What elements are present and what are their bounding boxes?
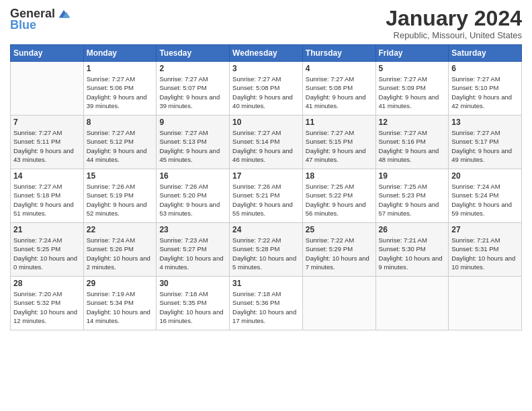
- calendar-cell: 17Sunrise: 7:26 AMSunset: 5:21 PMDayligh…: [230, 169, 303, 223]
- title-block: January 2024 Republic, Missouri, United …: [386, 7, 522, 40]
- day-info: Sunrise: 7:21 AMSunset: 5:31 PMDaylight:…: [451, 236, 519, 271]
- calendar-cell: 5Sunrise: 7:27 AMSunset: 5:09 PMDaylight…: [375, 62, 449, 116]
- day-number: 30: [159, 279, 226, 288]
- day-number: 23: [159, 225, 226, 234]
- calendar-cell: 29Sunrise: 7:19 AMSunset: 5:34 PMDayligh…: [83, 277, 157, 330]
- day-number: 16: [159, 171, 226, 181]
- day-info: Sunrise: 7:24 AMSunset: 5:26 PMDaylight:…: [87, 236, 154, 271]
- calendar-cell: 18Sunrise: 7:25 AMSunset: 5:22 PMDayligh…: [302, 169, 375, 223]
- day-number: 10: [232, 118, 300, 127]
- calendar-cell: [375, 277, 449, 330]
- calendar-cell: 27Sunrise: 7:21 AMSunset: 5:31 PMDayligh…: [449, 223, 522, 277]
- day-number: 19: [379, 171, 446, 181]
- calendar-cell: [302, 277, 375, 330]
- calendar-cell: 20Sunrise: 7:24 AMSunset: 5:24 PMDayligh…: [449, 169, 522, 223]
- day-info: Sunrise: 7:27 AMSunset: 5:15 PMDaylight:…: [306, 128, 373, 164]
- calendar-week-row: 28Sunrise: 7:20 AMSunset: 5:32 PMDayligh…: [11, 277, 522, 330]
- day-info: Sunrise: 7:26 AMSunset: 5:20 PMDaylight:…: [159, 182, 226, 218]
- day-number: 2: [159, 64, 226, 73]
- day-number: 14: [13, 171, 81, 181]
- calendar-cell: 28Sunrise: 7:20 AMSunset: 5:32 PMDayligh…: [11, 277, 84, 330]
- calendar-cell: 1Sunrise: 7:27 AMSunset: 5:06 PMDaylight…: [83, 62, 157, 116]
- calendar-cell: 12Sunrise: 7:27 AMSunset: 5:16 PMDayligh…: [375, 116, 449, 169]
- calendar-cell: 26Sunrise: 7:21 AMSunset: 5:30 PMDayligh…: [375, 223, 449, 277]
- logo-text-blue: Blue: [10, 19, 36, 32]
- day-info: Sunrise: 7:27 AMSunset: 5:17 PMDaylight:…: [451, 128, 519, 164]
- day-number: 24: [232, 225, 300, 234]
- calendar-cell: [11, 62, 84, 116]
- calendar-cell: 16Sunrise: 7:26 AMSunset: 5:20 PMDayligh…: [157, 169, 230, 223]
- day-number: 1: [87, 64, 154, 73]
- day-number: 17: [232, 171, 300, 181]
- day-number: 25: [306, 225, 373, 234]
- calendar-cell: 9Sunrise: 7:27 AMSunset: 5:13 PMDaylight…: [157, 116, 230, 169]
- day-info: Sunrise: 7:25 AMSunset: 5:23 PMDaylight:…: [379, 182, 446, 218]
- day-info: Sunrise: 7:25 AMSunset: 5:22 PMDaylight:…: [306, 182, 373, 218]
- calendar-cell: 22Sunrise: 7:24 AMSunset: 5:26 PMDayligh…: [83, 223, 157, 277]
- day-info: Sunrise: 7:24 AMSunset: 5:24 PMDaylight:…: [451, 182, 519, 218]
- day-number: 11: [306, 118, 373, 127]
- weekday-header-thursday: Thursday: [302, 45, 375, 62]
- calendar-cell: 21Sunrise: 7:24 AMSunset: 5:25 PMDayligh…: [11, 223, 84, 277]
- calendar-week-row: 1Sunrise: 7:27 AMSunset: 5:06 PMDaylight…: [11, 62, 522, 116]
- day-number: 12: [379, 118, 446, 127]
- day-number: 22: [87, 225, 154, 234]
- weekday-header-tuesday: Tuesday: [157, 45, 230, 62]
- day-number: 4: [306, 64, 373, 73]
- calendar-cell: 13Sunrise: 7:27 AMSunset: 5:17 PMDayligh…: [449, 116, 522, 169]
- day-number: 6: [451, 64, 519, 73]
- day-info: Sunrise: 7:20 AMSunset: 5:32 PMDaylight:…: [13, 289, 81, 325]
- subtitle: Republic, Missouri, United States: [386, 30, 522, 40]
- day-info: Sunrise: 7:18 AMSunset: 5:35 PMDaylight:…: [159, 289, 226, 325]
- header: General Blue January 2024 Republic, Miss…: [10, 7, 522, 40]
- day-number: 8: [87, 118, 154, 127]
- day-info: Sunrise: 7:24 AMSunset: 5:25 PMDaylight:…: [13, 236, 81, 271]
- day-info: Sunrise: 7:19 AMSunset: 5:34 PMDaylight:…: [87, 289, 154, 325]
- weekday-header-row: SundayMondayTuesdayWednesdayThursdayFrid…: [11, 45, 522, 62]
- calendar-cell: 7Sunrise: 7:27 AMSunset: 5:11 PMDaylight…: [11, 116, 84, 169]
- day-number: 5: [379, 64, 446, 73]
- calendar-cell: 3Sunrise: 7:27 AMSunset: 5:08 PMDaylight…: [230, 62, 303, 116]
- day-number: 7: [13, 118, 81, 127]
- day-info: Sunrise: 7:26 AMSunset: 5:21 PMDaylight:…: [232, 182, 300, 218]
- day-info: Sunrise: 7:27 AMSunset: 5:12 PMDaylight:…: [87, 128, 154, 164]
- weekday-header-monday: Monday: [83, 45, 157, 62]
- weekday-header-sunday: Sunday: [11, 45, 84, 62]
- day-info: Sunrise: 7:27 AMSunset: 5:09 PMDaylight:…: [379, 75, 446, 110]
- calendar-cell: [449, 277, 522, 330]
- calendar-week-row: 21Sunrise: 7:24 AMSunset: 5:25 PMDayligh…: [11, 223, 522, 277]
- calendar-cell: 14Sunrise: 7:27 AMSunset: 5:18 PMDayligh…: [11, 169, 84, 223]
- day-info: Sunrise: 7:27 AMSunset: 5:10 PMDaylight:…: [451, 75, 519, 110]
- day-info: Sunrise: 7:21 AMSunset: 5:30 PMDaylight:…: [379, 236, 446, 271]
- day-number: 9: [159, 118, 226, 127]
- page: General Blue January 2024 Republic, Miss…: [0, 0, 532, 411]
- day-info: Sunrise: 7:27 AMSunset: 5:11 PMDaylight:…: [13, 128, 81, 164]
- weekday-header-saturday: Saturday: [449, 45, 522, 62]
- day-number: 20: [451, 171, 519, 181]
- day-number: 29: [87, 279, 154, 288]
- day-info: Sunrise: 7:18 AMSunset: 5:36 PMDaylight:…: [232, 289, 300, 325]
- day-number: 15: [87, 171, 154, 181]
- logo-icon: [56, 7, 71, 21]
- calendar-cell: 8Sunrise: 7:27 AMSunset: 5:12 PMDaylight…: [83, 116, 157, 169]
- day-number: 18: [306, 171, 373, 181]
- calendar-cell: 23Sunrise: 7:23 AMSunset: 5:27 PMDayligh…: [157, 223, 230, 277]
- day-info: Sunrise: 7:27 AMSunset: 5:13 PMDaylight:…: [159, 128, 226, 164]
- calendar-week-row: 7Sunrise: 7:27 AMSunset: 5:11 PMDaylight…: [11, 116, 522, 169]
- calendar: SundayMondayTuesdayWednesdayThursdayFrid…: [10, 44, 522, 330]
- calendar-cell: 31Sunrise: 7:18 AMSunset: 5:36 PMDayligh…: [230, 277, 303, 330]
- day-number: 27: [451, 225, 519, 234]
- logo: General Blue: [10, 7, 71, 32]
- calendar-cell: 6Sunrise: 7:27 AMSunset: 5:10 PMDaylight…: [449, 62, 522, 116]
- calendar-cell: 25Sunrise: 7:22 AMSunset: 5:29 PMDayligh…: [302, 223, 375, 277]
- day-info: Sunrise: 7:27 AMSunset: 5:08 PMDaylight:…: [232, 75, 300, 110]
- day-info: Sunrise: 7:27 AMSunset: 5:18 PMDaylight:…: [13, 182, 81, 218]
- calendar-cell: 15Sunrise: 7:26 AMSunset: 5:19 PMDayligh…: [83, 169, 157, 223]
- day-number: 21: [13, 225, 81, 234]
- day-info: Sunrise: 7:22 AMSunset: 5:28 PMDaylight:…: [232, 236, 300, 271]
- calendar-cell: 10Sunrise: 7:27 AMSunset: 5:14 PMDayligh…: [230, 116, 303, 169]
- calendar-body: 1Sunrise: 7:27 AMSunset: 5:06 PMDaylight…: [11, 62, 522, 330]
- calendar-cell: 2Sunrise: 7:27 AMSunset: 5:07 PMDaylight…: [157, 62, 230, 116]
- calendar-week-row: 14Sunrise: 7:27 AMSunset: 5:18 PMDayligh…: [11, 169, 522, 223]
- weekday-header-wednesday: Wednesday: [230, 45, 303, 62]
